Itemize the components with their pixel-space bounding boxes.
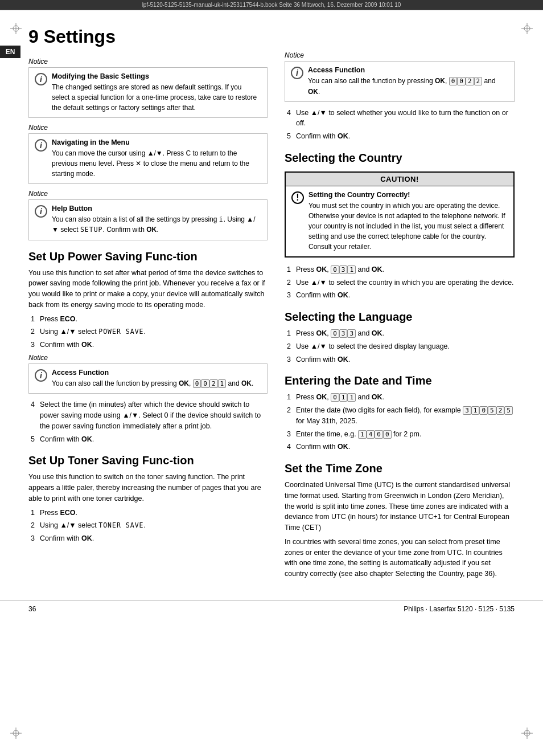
list-item: 2Use ▲/▼ to select the desired display l…: [296, 341, 515, 352]
list-item: 4Confirm with OK.: [296, 442, 515, 452]
notice-icon-r1: i: [291, 67, 303, 79]
list-item: 1Press ECO.: [40, 508, 268, 518]
caution-country: CAUTION! ! Setting the Country Correctly…: [285, 171, 515, 258]
footer: 36 Philips · Laserfax 5120 · 5125 · 5135: [0, 600, 543, 618]
section-power-title: Set Up Power Saving Func-tion: [28, 250, 268, 263]
list-item: 2Enter the date (two digits for each fie…: [296, 405, 515, 427]
notice-content-3: Help Button You can also obtain a list o…: [52, 205, 261, 235]
section-language-title: Selecting the Language: [285, 310, 515, 324]
list-item: 1Press ECO.: [40, 314, 268, 325]
list-item: 2Using ▲/▼ select TONER SAVE.: [40, 520, 268, 531]
caution-header: CAUTION!: [286, 173, 513, 186]
corner-br: [521, 728, 533, 739]
notice-text-3: You can also obtain a list of all the se…: [52, 214, 261, 235]
toner-steps-2: 4Use ▲/▼ to select whether you would lik…: [287, 108, 515, 142]
list-item: 4Use ▲/▼ to select whether you would lik…: [296, 108, 515, 129]
list-item: 2Using ▲/▼ select POWER SAVE.: [40, 326, 268, 337]
caution-content: Setting the Country Correctly! You must …: [308, 191, 508, 252]
corner-bl: [10, 728, 22, 739]
caution-inner: ! Setting the Country Correctly! You mus…: [286, 186, 513, 256]
notice-modifying: Notice i Modifying the Basic Settings Th…: [28, 58, 268, 118]
language-steps: 1Press OK, 033 and OK. 2Use ▲/▼ to selec…: [287, 328, 515, 365]
toner-steps: 1Press ECO. 2Using ▲/▼ select TONER SAVE…: [31, 508, 268, 544]
section-toner-intro: You use this function to switch on the t…: [28, 472, 268, 504]
notice-text-r1: You can also call the function by pressi…: [308, 76, 508, 97]
en-tag: EN: [0, 46, 20, 58]
section-power-intro: You use this function to set after what …: [28, 268, 268, 310]
list-item: 1Press OK, 011 and OK.: [296, 392, 515, 403]
caution-title: Setting the Country Correctly!: [308, 191, 508, 199]
notice-access-toner: Notice i Access Function You can also ca…: [285, 51, 515, 102]
notice-label-1: Notice: [28, 58, 268, 66]
corner-tr: [521, 23, 533, 34]
notice-help: Notice i Help Button You can also obtain…: [28, 190, 268, 240]
notice-inner-4: i Access Function You can also call the …: [28, 363, 268, 394]
timezone-para2: In countries with several time zones, yo…: [285, 537, 515, 579]
notice-navigating: Notice i Navigating in the Menu You can …: [28, 124, 268, 184]
datetime-steps: 1Press OK, 011 and OK. 2Enter the date (…: [287, 392, 515, 452]
section-toner-title: Set Up Toner Saving Func-tion: [28, 453, 268, 467]
section-country-title: Selecting the Country: [285, 151, 515, 165]
notice-content-1: Modifying the Basic Settings The changed…: [52, 72, 261, 113]
notice-inner-2: i Navigating in the Menu You can move th…: [28, 133, 268, 184]
list-item: 3Confirm with OK.: [296, 290, 515, 301]
notice-content-4: Access Function You can also call the fu…: [52, 369, 261, 389]
notice-access-power: Notice i Access Function You can also ca…: [28, 354, 268, 394]
footer-page-number: 36: [28, 605, 36, 613]
notice-text-1: The changed settings are stored as new d…: [52, 82, 261, 113]
notice-label-3: Notice: [28, 190, 268, 198]
country-steps: 1Press OK, 031 and OK. 2Use ▲/▼ to selec…: [287, 264, 515, 301]
notice-content-r1: Access Function You can also call the fu…: [308, 66, 508, 97]
notice-label-r1: Notice: [285, 51, 515, 59]
notice-title-1: Modifying the Basic Settings: [52, 72, 261, 80]
notice-icon-3: i: [35, 205, 47, 218]
right-column: Notice i Access Function You can also ca…: [285, 22, 515, 583]
notice-title-3: Help Button: [52, 205, 261, 213]
power-steps-2: 4Select the time (in minutes) after whic…: [31, 399, 268, 444]
list-item: 3Confirm with OK.: [40, 340, 268, 350]
list-item: 1Press OK, 033 and OK.: [296, 328, 515, 339]
notice-icon-4: i: [35, 369, 47, 382]
notice-title-4: Access Function: [52, 369, 261, 377]
left-column: 9 Settings Notice i Modifying the Basic …: [28, 22, 268, 583]
notice-title-2: Navigating in the Menu: [52, 138, 261, 146]
list-item: 5Confirm with OK.: [40, 434, 268, 445]
caution-icon: !: [291, 191, 304, 204]
section-datetime-title: Entering the Date and Time: [285, 374, 515, 387]
footer-brand: Philips · Laserfax 5120 · 5125 · 5135: [404, 605, 515, 613]
notice-inner-3: i Help Button You can also obtain a list…: [28, 199, 268, 240]
corner-tl: [10, 23, 22, 34]
section-timezone-title: Set the Time Zone: [285, 461, 515, 475]
notice-inner-1: i Modifying the Basic Settings The chang…: [28, 67, 268, 118]
power-steps-1: 1Press ECO. 2Using ▲/▼ select POWER SAVE…: [31, 314, 268, 350]
notice-label-4: Notice: [28, 354, 268, 362]
notice-icon-1: i: [35, 73, 47, 85]
page-title: 9 Settings: [28, 26, 268, 47]
notice-text-2: You can move the cursor using ▲/▼. Press…: [52, 148, 261, 179]
timezone-para1: Coordinated Universal Time (UTC) is the …: [285, 480, 515, 533]
list-item: 3Enter the time, e.g. 1400 for 2 pm.: [296, 429, 515, 440]
main-content: 9 Settings Notice i Modifying the Basic …: [0, 10, 543, 594]
top-bar: lpf-5120-5125-5135-manual-uk-int-2531175…: [0, 0, 543, 10]
notice-content-2: Navigating in the Menu You can move the …: [52, 138, 261, 179]
list-item: 3Confirm with OK.: [40, 533, 268, 544]
list-item: 5Confirm with OK.: [296, 131, 515, 142]
notice-inner-r1: i Access Function You can also call the …: [285, 61, 515, 102]
notice-text-4: You can also call the function by pressi…: [52, 378, 261, 389]
list-item: 4Select the time (in minutes) after whic…: [40, 399, 268, 431]
notice-title-r1: Access Function: [308, 66, 508, 74]
notice-icon-2: i: [35, 139, 47, 152]
notice-label-2: Notice: [28, 124, 268, 132]
list-item: 2Use ▲/▼ to select the country in which …: [296, 277, 515, 288]
topbar-text: lpf-5120-5125-5135-manual-uk-int-2531175…: [142, 2, 401, 8]
list-item: 1Press OK, 031 and OK.: [296, 264, 515, 275]
caution-text: You must set the country in which you ar…: [308, 201, 508, 252]
list-item: 3Confirm with OK.: [296, 354, 515, 365]
page: lpf-5120-5125-5135-manual-uk-int-2531175…: [0, 0, 543, 756]
